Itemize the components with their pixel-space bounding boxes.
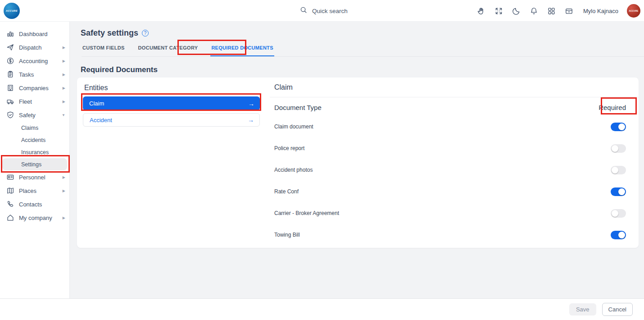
section-title: Required Documents [81,65,644,74]
sidebar-subitem-label: Claims [21,125,38,131]
tab-required-documents[interactable]: REQUIRED DOCUMENTS [210,45,274,56]
sidebar-item-places[interactable]: Places ▶ [0,184,69,197]
document-row: Accident photos [270,159,639,181]
help-icon[interactable]: ? [142,30,149,37]
sidebar-item-label: Dashboard [19,31,48,37]
sidebar-item-accounting[interactable]: Accounting ▶ [0,54,69,68]
sidebar-item-claims[interactable]: Claims [2,122,67,134]
map-icon [6,187,14,195]
sidebar-item-accidents[interactable]: Accidents [2,134,67,146]
app-logo[interactable]: ACCURE [4,3,20,19]
entity-item-accident[interactable]: Accident → [83,113,260,127]
cancel-button[interactable]: Cancel [602,303,633,316]
required-toggle[interactable] [611,187,626,196]
document-type-column-header: Document Type [274,104,322,111]
chevron-right-icon: ▶ [63,73,65,77]
save-button[interactable]: Save [569,303,596,315]
sidebar-item-companies[interactable]: Companies ▶ [0,81,69,95]
hand-icon[interactable] [477,6,486,15]
building-icon [6,84,14,92]
sidebar-item-my-company[interactable]: My company ▶ [0,211,69,224]
search-icon [299,6,308,16]
sidebar-subitem-label: Insurances [21,149,49,155]
entity-detail-panel: Claim Document Type Required Claim docum… [270,78,639,248]
sidebar-item-label: Places [19,187,36,194]
sidebar-item-safety[interactable]: Safety ▼ [0,108,69,122]
chevron-right-icon: ▶ [63,59,65,63]
required-toggle[interactable] [611,166,626,174]
clipboard-icon [6,70,14,78]
app-logo-text: ACCURE [6,9,18,12]
sidebar-subitem-label: Accidents [21,137,45,143]
sidebar: Dashboard Dispatch ▶ Accounting ▶ Tasks … [0,22,70,298]
document-row: Police report [270,137,639,159]
sidebar-subitem-label: Settings [21,161,41,168]
topbar-actions: Mylo Kajnaco ACCURE [477,0,640,22]
sidebar-item-tasks[interactable]: Tasks ▶ [0,68,69,81]
bar-chart-icon [6,30,14,38]
detail-column-headers: Document Type Required [270,99,639,116]
sidebar-item-dashboard[interactable]: Dashboard [0,27,69,41]
sidebar-item-insurances[interactable]: Insurances [2,146,67,158]
sidebar-item-label: Dispatch [19,44,42,51]
required-column-header: Required [599,104,626,111]
required-toggle[interactable] [611,209,626,218]
arrow-right-icon: → [248,116,254,123]
dollar-circle-icon [6,57,14,65]
sidebar-item-label: Accounting [19,58,48,64]
arrow-right-icon: → [248,100,254,107]
footer-bar: Save Cancel [0,298,644,320]
top-bar: ACCURE Quick search Mylo Kajnaco ACCURE [0,0,644,22]
truck-icon [6,97,14,105]
chevron-down-icon: ▼ [62,113,65,117]
sidebar-item-label: Companies [19,85,49,91]
phone-icon [6,200,14,208]
tab-document-category[interactable]: DOCUMENT CATEGORY [137,45,199,56]
user-name: Mylo Kajnaco [583,8,618,14]
required-toggle[interactable] [611,231,626,239]
document-label: Police report [274,145,304,151]
home-icon [6,214,14,222]
chevron-right-icon: ▶ [63,175,65,179]
send-icon [6,43,14,51]
sidebar-item-contacts[interactable]: Contacts [0,197,69,211]
sidebar-item-fleet[interactable]: Fleet ▶ [0,95,69,108]
sidebar-item-label: Fleet [19,98,32,105]
entity-label: Claim [89,100,104,107]
user-avatar-text: ACCURE [629,10,638,12]
entity-item-claim[interactable]: Claim → [83,96,260,110]
page-title-row: Safety settings ? [70,22,644,38]
chevron-right-icon: ▶ [63,100,65,104]
quick-search[interactable]: Quick search [299,0,348,22]
entities-title: Entities [83,84,270,92]
sidebar-item-dispatch[interactable]: Dispatch ▶ [0,41,69,54]
detail-title: Claim [270,83,293,91]
sidebar-item-label: Contacts [19,201,42,208]
apps-grid-icon[interactable] [547,6,556,15]
chevron-right-icon: ▶ [63,86,65,90]
detail-header: Claim [270,78,639,97]
tab-bar: CUSTOM FIELDS DOCUMENT CATEGORY REQUIRED… [82,45,644,57]
fullscreen-icon[interactable] [494,6,503,15]
document-row: Claim document [270,116,639,137]
chevron-right-icon: ▶ [63,46,65,50]
document-row: Rate Conf [270,181,639,202]
entity-label: Accident [90,117,112,123]
sidebar-item-label: Personnel [19,174,45,181]
user-avatar[interactable]: ACCURE [627,4,640,18]
document-row: Carrier - Broker Agreement [270,202,639,224]
shield-check-icon [6,111,14,119]
entities-panel: Entities Claim → Accident → [77,78,270,248]
required-toggle[interactable] [611,123,626,131]
sidebar-item-settings[interactable]: Settings [2,158,67,170]
required-toggle[interactable] [611,144,626,153]
document-label: Carrier - Broker Agreement [274,210,339,216]
tab-custom-fields[interactable]: CUSTOM FIELDS [82,45,126,56]
sidebar-item-label: Tasks [19,71,34,78]
sidebar-item-label: Safety [19,112,36,119]
notifications-bell-icon[interactable] [530,6,539,15]
dark-mode-moon-icon[interactable] [512,6,521,15]
sidebar-item-personnel[interactable]: Personnel ▶ [0,170,69,184]
drawer-icon[interactable] [565,6,574,15]
document-row: Towing Bill [270,224,639,246]
